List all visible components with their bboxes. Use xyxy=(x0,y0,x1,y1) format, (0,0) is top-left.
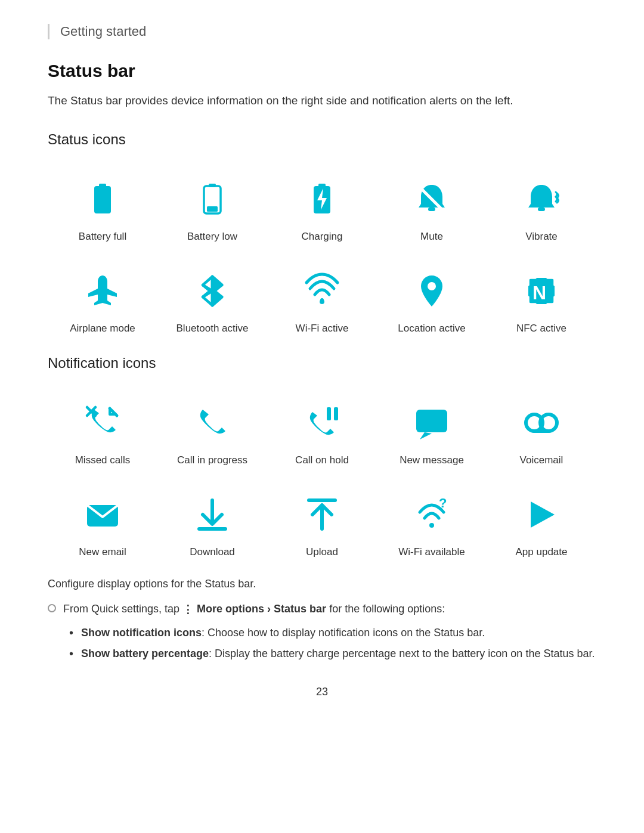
vibrate-icon xyxy=(518,175,565,223)
voicemail-icon xyxy=(518,399,565,447)
new-email-label: New email xyxy=(79,546,126,559)
notification-icon-new-email: New email xyxy=(48,480,157,572)
missed-calls-label: Missed calls xyxy=(75,454,131,467)
charging-icon xyxy=(298,175,346,223)
svg-rect-3 xyxy=(207,206,218,212)
status-icon-mute: Mute xyxy=(377,165,487,256)
status-icon-airplane: Airplane mode xyxy=(48,256,157,348)
notification-icon-missed-calls: Missed calls xyxy=(48,388,157,480)
upload-label: Upload xyxy=(306,546,338,559)
notification-icon-wifi-available: ? Wi-Fi available xyxy=(377,480,487,572)
svg-rect-8 xyxy=(428,208,435,211)
voicemail-label: Voicemail xyxy=(520,454,564,467)
sub-bullet-list: • Show notification icons: Choose how to… xyxy=(48,625,596,662)
status-icon-vibrate: Vibrate xyxy=(487,165,596,256)
svg-rect-10 xyxy=(538,208,545,211)
wifi-label: Wi-Fi active xyxy=(296,322,349,335)
status-icon-battery-low: Battery low xyxy=(157,165,267,256)
battery-full-icon xyxy=(79,175,126,223)
new-message-label: New message xyxy=(400,454,464,467)
svg-rect-0 xyxy=(94,186,111,213)
airplane-label: Airplane mode xyxy=(70,322,135,335)
vibrate-label: Vibrate xyxy=(525,230,558,243)
status-icons-title: Status icons xyxy=(48,131,596,148)
battery-low-icon xyxy=(188,175,236,223)
svg-marker-22 xyxy=(420,432,432,439)
status-icon-location: Location active xyxy=(377,256,487,348)
call-hold-icon xyxy=(298,399,346,447)
status-icon-wifi: Wi-Fi active xyxy=(267,256,377,348)
nfc-icon: N xyxy=(518,267,565,315)
notification-icon-app-update: App update xyxy=(487,480,596,572)
svg-text:N: N xyxy=(532,282,546,304)
new-message-icon xyxy=(408,399,456,447)
notification-icon-voicemail: Voicemail xyxy=(487,388,596,480)
bluetooth-label: Bluetooth active xyxy=(177,322,249,335)
section-title: Status bar xyxy=(48,61,596,81)
page-number: 23 xyxy=(48,686,596,698)
mute-label: Mute xyxy=(420,230,443,243)
svg-rect-21 xyxy=(416,410,447,432)
wifi-available-label: Wi-Fi available xyxy=(398,546,465,559)
sub-bullet-battery-percentage: • Show battery percentage: Display the b… xyxy=(69,646,596,662)
svg-point-13 xyxy=(428,282,436,290)
wifi-icon xyxy=(298,267,346,315)
svg-rect-6 xyxy=(318,184,326,187)
status-icon-battery-full: Battery full xyxy=(48,165,157,256)
notification-icon-new-message: New message xyxy=(377,388,487,480)
more-options-icon: ⋮ xyxy=(182,602,194,618)
nfc-label: NFC active xyxy=(516,322,566,335)
battery-full-label: Battery full xyxy=(79,230,126,243)
download-label: Download xyxy=(190,546,235,559)
app-update-label: App update xyxy=(516,546,568,559)
notification-icon-call-hold: Call on hold xyxy=(267,388,377,480)
bluetooth-icon xyxy=(188,267,236,315)
app-update-icon xyxy=(518,491,565,538)
charging-label: Charging xyxy=(302,230,343,243)
notification-icon-upload: Upload xyxy=(267,480,377,572)
location-icon xyxy=(408,267,456,315)
svg-text:?: ? xyxy=(439,496,447,510)
missed-calls-icon xyxy=(79,399,126,447)
svg-rect-20 xyxy=(334,407,338,420)
from-quick-settings: From Quick settings, tap ⋮ More options … xyxy=(48,601,596,618)
wifi-available-icon: ? xyxy=(408,491,456,538)
circle-bullet xyxy=(48,604,56,612)
mute-icon xyxy=(408,175,456,223)
svg-point-12 xyxy=(320,299,324,304)
call-progress-icon xyxy=(188,399,236,447)
battery-low-label: Battery low xyxy=(187,230,237,243)
call-hold-label: Call on hold xyxy=(295,454,349,467)
svg-point-31 xyxy=(429,523,434,528)
intro-text: The Status bar provides device informati… xyxy=(48,92,596,110)
status-icon-bluetooth: Bluetooth active xyxy=(157,256,267,348)
status-icon-charging: Charging xyxy=(267,165,377,256)
upload-icon xyxy=(298,491,346,538)
bullet-dot: • xyxy=(69,625,75,640)
notification-icons-title: Notification icons xyxy=(48,355,596,371)
airplane-icon xyxy=(79,267,126,315)
svg-rect-1 xyxy=(99,184,106,187)
download-icon xyxy=(188,491,236,538)
bullet-dot: • xyxy=(69,646,75,661)
notification-icons-grid: Missed calls Call in progress Call on ho… xyxy=(48,388,596,572)
breadcrumb: Getting started xyxy=(48,24,596,39)
location-label: Location active xyxy=(398,322,465,335)
notification-icon-download: Download xyxy=(157,480,267,572)
sub-bullet-notification-icons: • Show notification icons: Choose how to… xyxy=(69,625,596,641)
new-email-icon xyxy=(79,491,126,538)
config-text: Configure display options for the Status… xyxy=(48,578,596,590)
call-progress-label: Call in progress xyxy=(177,454,247,467)
status-icon-nfc: N NFC active xyxy=(487,256,596,348)
svg-rect-19 xyxy=(327,407,331,420)
notification-icon-call-progress: Call in progress xyxy=(157,388,267,480)
status-icons-grid: Battery full Battery low Charging xyxy=(48,165,596,348)
svg-rect-4 xyxy=(209,184,216,187)
